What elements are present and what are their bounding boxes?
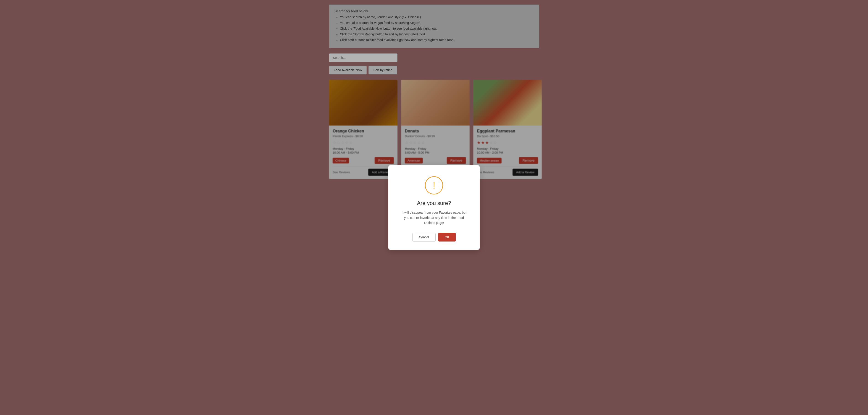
modal-overlay[interactable]: ! Are you sure? It will disappear from y… bbox=[0, 0, 868, 415]
modal-message: It will disappear from your Favorites pa… bbox=[399, 210, 469, 225]
modal-buttons: Cancel OK bbox=[399, 233, 469, 242]
exclamation-icon: ! bbox=[433, 181, 435, 190]
ok-button[interactable]: OK bbox=[438, 233, 456, 242]
confirmation-modal: ! Are you sure? It will disappear from y… bbox=[388, 165, 480, 250]
modal-title: Are you sure? bbox=[399, 200, 469, 206]
modal-warning-icon: ! bbox=[425, 176, 443, 194]
cancel-button[interactable]: Cancel bbox=[412, 233, 436, 242]
